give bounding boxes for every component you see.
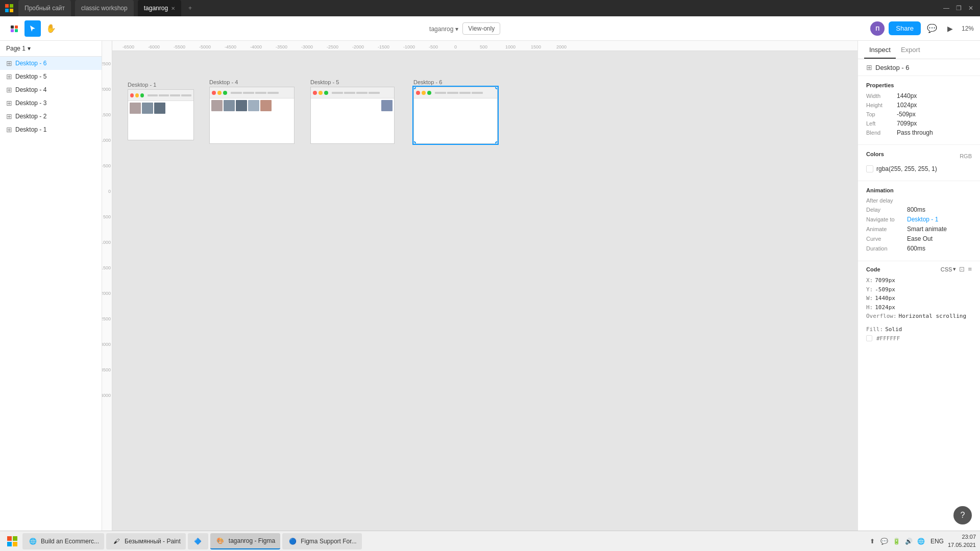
svg-rect-3 bbox=[10, 9, 13, 12]
resize-handle-br[interactable] bbox=[495, 141, 498, 144]
systray-network-icon[interactable]: ⬆ bbox=[867, 536, 877, 546]
prop-blend-label: Blend bbox=[866, 130, 897, 136]
tab-label: classic workshop bbox=[81, 5, 128, 12]
clock-date: 17.05.2021 bbox=[948, 541, 976, 549]
anim-navigate-label: Navigate to bbox=[866, 216, 907, 222]
tab-taganrog[interactable]: taganrog ✕ bbox=[138, 0, 181, 16]
page-dropdown-icon: ▾ bbox=[28, 45, 31, 52]
anim-curve-value: Ease Out bbox=[907, 235, 933, 242]
frame-desktop1-label: Desktop - 1 bbox=[128, 82, 194, 88]
prop-width: Width 1440px bbox=[866, 92, 972, 99]
layer-item-desktop1[interactable]: ⊞ Desktop - 1 bbox=[0, 123, 102, 136]
frame-desktop4-box[interactable] bbox=[209, 87, 295, 144]
close-button[interactable]: ✕ bbox=[966, 3, 976, 13]
move-tool-button[interactable] bbox=[24, 20, 41, 37]
svg-marker-8 bbox=[30, 26, 35, 32]
taskbar-app-figma-support[interactable]: 🔵 Figma Support For... bbox=[282, 533, 361, 549]
tab-classic[interactable]: classic workshop bbox=[75, 0, 134, 16]
code-line-fill-color: #FFFFFF bbox=[866, 334, 972, 343]
anim-animate-value: Smart animate bbox=[907, 226, 947, 233]
resize-handle-tr[interactable] bbox=[495, 87, 498, 89]
play-button[interactable]: ▶ bbox=[943, 21, 958, 36]
layer-grid-icon: ⊞ bbox=[6, 86, 12, 94]
help-button[interactable]: ? bbox=[953, 506, 972, 524]
frame-desktop6-label: Desktop - 6 bbox=[413, 79, 498, 85]
menu-button[interactable] bbox=[6, 20, 22, 37]
code-lang-selector[interactable]: CSS ▾ bbox=[941, 266, 957, 272]
page-selector[interactable]: Page 1 ▾ bbox=[0, 41, 102, 57]
layer-item-desktop4[interactable]: ⊞ Desktop - 4 bbox=[0, 83, 102, 96]
colors-section: Colors RGB rgba(255, 255, 255, 1) bbox=[858, 145, 980, 181]
hand-tool-button[interactable]: ✋ bbox=[43, 20, 59, 37]
prop-left-value: 7099px bbox=[897, 120, 917, 127]
close-icon[interactable]: ✕ bbox=[171, 6, 175, 11]
comment-button[interactable]: 💬 bbox=[925, 21, 939, 36]
code-copy-button[interactable]: ⊡ bbox=[959, 265, 965, 273]
frame-desktop1-box[interactable] bbox=[128, 89, 194, 140]
svg-rect-1 bbox=[10, 4, 13, 8]
resize-handle-bl[interactable] bbox=[413, 141, 416, 144]
share-button[interactable]: Share bbox=[889, 21, 921, 35]
code-list-button[interactable]: ≡ bbox=[968, 265, 972, 273]
layer-grid-icon: ⊞ bbox=[6, 72, 12, 81]
anim-delay: Delay 800ms bbox=[866, 206, 972, 213]
systray-volume-icon[interactable]: 🔊 bbox=[904, 536, 914, 546]
view-only-badge[interactable]: View-only bbox=[462, 22, 500, 35]
frame-desktop6-box[interactable]: 1440 × 1024 bbox=[413, 87, 498, 144]
anim-duration: Duration 600ms bbox=[866, 245, 972, 252]
zoom-level[interactable]: 12% bbox=[962, 25, 974, 32]
frame-desktop1[interactable]: Desktop - 1 bbox=[128, 82, 194, 140]
svg-rect-11 bbox=[7, 542, 12, 546]
canvas-area[interactable]: -6500 -6000 -5500 -5000 -4500 -4000 -350… bbox=[102, 41, 857, 551]
start-button[interactable] bbox=[4, 533, 20, 549]
systray-globe-icon[interactable]: 🌐 bbox=[916, 536, 926, 546]
anim-navigate-value[interactable]: Desktop - 1 bbox=[907, 216, 938, 223]
code-color-swatch bbox=[866, 335, 872, 341]
properties-section: Properties Width 1440px Height 1024px To… bbox=[858, 76, 980, 145]
frame-desktop4-label: Desktop - 4 bbox=[209, 79, 295, 85]
taskbar-app-paint[interactable]: 🖌 Безымянный - Paint bbox=[106, 533, 186, 549]
anim-animate-label: Animate bbox=[866, 226, 907, 232]
frame-desktop5-box[interactable] bbox=[310, 87, 395, 144]
svg-rect-4 bbox=[11, 26, 14, 29]
tab-export[interactable]: Export bbox=[896, 41, 925, 59]
clock[interactable]: 23:07 17.05.2021 bbox=[948, 533, 976, 549]
frame-topbar bbox=[210, 87, 294, 98]
canvas-content: Desktop - 1 bbox=[112, 51, 857, 551]
code-line-w: W: 1440px bbox=[866, 294, 972, 303]
svg-rect-5 bbox=[15, 26, 18, 29]
taskbar-app-unknown[interactable]: 🔷 bbox=[188, 533, 208, 549]
svg-rect-7 bbox=[15, 29, 18, 32]
project-name[interactable]: taganrog ▾ bbox=[429, 24, 458, 33]
layer-item-desktop6[interactable]: ⊞ Desktop - 6 bbox=[0, 57, 102, 70]
layer-label: Desktop - 3 bbox=[15, 99, 46, 107]
ruler-horizontal: -6500 -6000 -5500 -5000 -4500 -4000 -350… bbox=[102, 41, 857, 51]
taskbar-app-figma[interactable]: 🎨 taganrog - Figma bbox=[210, 533, 280, 549]
frame-desktop6[interactable]: Desktop - 6 bbox=[413, 79, 498, 144]
frame-dot-red bbox=[313, 91, 317, 95]
code-line-x: X: 7099px bbox=[866, 276, 972, 285]
minimize-button[interactable]: — bbox=[941, 3, 951, 13]
color-swatch[interactable] bbox=[866, 165, 873, 172]
app-icon bbox=[4, 3, 14, 13]
tab-inspect[interactable]: Inspect bbox=[864, 41, 896, 59]
lang-label[interactable]: ENG bbox=[930, 538, 944, 545]
frame-desktop4[interactable]: Desktop - 4 bbox=[209, 79, 295, 144]
frame-dot-green bbox=[324, 91, 328, 95]
layer-item-desktop5[interactable]: ⊞ Desktop - 5 bbox=[0, 70, 102, 83]
properties-title: Properties bbox=[866, 82, 972, 88]
layer-item-desktop2[interactable]: ⊞ Desktop - 2 bbox=[0, 110, 102, 123]
chevron-down-icon: ▾ bbox=[953, 266, 956, 272]
add-tab-button[interactable]: + bbox=[185, 4, 195, 13]
prop-top: Top -509px bbox=[866, 111, 972, 118]
systray-battery-icon[interactable]: 🔋 bbox=[892, 536, 902, 546]
taskbar-app-chrome-label: Build an Ecommerc... bbox=[41, 538, 99, 545]
restore-button[interactable]: ❐ bbox=[953, 3, 964, 13]
layer-item-desktop3[interactable]: ⊞ Desktop - 3 bbox=[0, 96, 102, 110]
tab-probny[interactable]: Пробный сайт bbox=[18, 0, 71, 16]
anim-curve-label: Curve bbox=[866, 236, 907, 242]
taskbar-app-chrome[interactable]: 🌐 Build an Ecommerc... bbox=[22, 533, 104, 549]
systray-message-icon[interactable]: 💬 bbox=[879, 536, 890, 546]
tab-label: Пробный сайт bbox=[24, 5, 65, 12]
frame-desktop5[interactable]: Desktop - 5 bbox=[310, 79, 395, 144]
